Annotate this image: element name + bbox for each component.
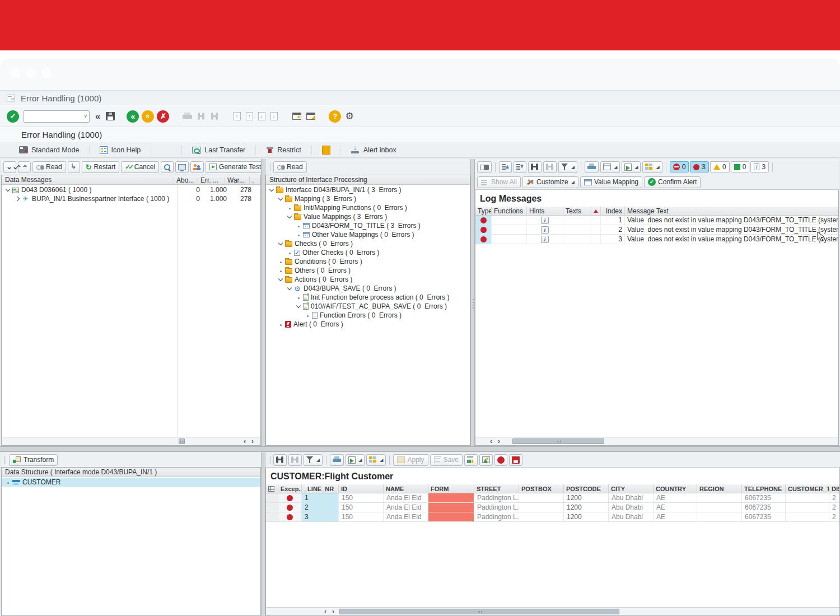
- tree-node[interactable]: Other Checks ( 0 Errors ): [266, 248, 470, 257]
- log-cell[interactable]: [492, 225, 527, 235]
- first-page-button[interactable]: ↑: [234, 112, 241, 120]
- open-expander-icon[interactable]: [296, 304, 302, 310]
- print-view-button[interactable]: [585, 161, 599, 173]
- customer-cell[interactable]: [786, 493, 829, 503]
- structure-read-button[interactable]: Read: [273, 161, 307, 173]
- tree-node[interactable]: Init/Mapping Functions ( 0 Errors ): [266, 203, 470, 212]
- column-header[interactable]: FORM: [428, 484, 474, 493]
- next-page-button[interactable]: ↓: [258, 112, 265, 120]
- vertical-splitter[interactable]: [261, 452, 265, 616]
- tree-node[interactable]: 010//AIF/TEST_AC_BUPA_SAVE ( 0 Errors ): [266, 302, 470, 311]
- counter-success[interactable]: 0: [731, 161, 750, 172]
- app-toolbar-item-folder[interactable]: [316, 144, 336, 156]
- customer-cell[interactable]: 3: [302, 512, 339, 522]
- customer-cell[interactable]: [519, 503, 564, 512]
- details-button[interactable]: [477, 161, 492, 173]
- customer-cell[interactable]: 1200: [564, 512, 609, 522]
- confirm-alert-button[interactable]: Confirm Alert: [644, 176, 701, 188]
- log-cell[interactable]: [492, 235, 527, 244]
- customer-cell[interactable]: [697, 503, 742, 512]
- tree-node[interactable]: D043/FORM_TO_TITLE ( 3 Errors ): [266, 221, 470, 230]
- layout-button[interactable]: ◢: [366, 454, 386, 466]
- customer-cell[interactable]: [266, 493, 278, 503]
- toolbar-grip[interactable]: [269, 456, 270, 464]
- column-header[interactable]: .: [249, 176, 257, 184]
- tree-node[interactable]: Others ( 0 Errors ): [266, 266, 470, 275]
- expand-all-button[interactable]: ⌄⌄: [3, 161, 16, 173]
- find-button[interactable]: [528, 161, 542, 173]
- print-button[interactable]: [183, 113, 192, 120]
- closed-expander-icon[interactable]: [15, 196, 21, 202]
- new-session-button[interactable]: ★: [292, 113, 301, 120]
- customer-cell[interactable]: [266, 503, 278, 512]
- log-cell[interactable]: [563, 225, 591, 235]
- column-header[interactable]: Texts: [563, 207, 591, 216]
- filter-button[interactable]: ◢: [558, 161, 577, 173]
- export-button[interactable]: ◢: [346, 454, 365, 466]
- views-button[interactable]: ◢: [600, 161, 620, 173]
- help-button[interactable]: ?: [329, 110, 341, 123]
- app-toolbar-item-icon-help[interactable]: Icon Help: [94, 144, 146, 156]
- assign-user-button[interactable]: [190, 161, 204, 173]
- monitor-button[interactable]: [175, 161, 189, 173]
- customer-cell[interactable]: [519, 493, 564, 503]
- scroll-arrows[interactable]: ‹›: [244, 437, 259, 445]
- counter-warning[interactable]: 0: [710, 161, 730, 172]
- log-cell[interactable]: Value does not exist in value mapping D0…: [625, 235, 838, 244]
- customer-cell[interactable]: [266, 512, 278, 522]
- column-header[interactable]: COUNTRY: [654, 484, 697, 493]
- column-header[interactable]: [591, 207, 601, 216]
- app-toolbar-item-standard-mode[interactable]: Standard Mode: [13, 144, 85, 156]
- open-expander-icon[interactable]: [287, 214, 293, 220]
- window-dot[interactable]: [10, 68, 21, 78]
- column-header[interactable]: War...: [225, 176, 249, 184]
- customer-hscrollbar[interactable]: ‹›: [266, 607, 839, 615]
- customer-cell[interactable]: Anda El Eid: [384, 512, 428, 522]
- info-button[interactable]: i: [541, 226, 549, 234]
- log-cell[interactable]: 2: [601, 225, 625, 235]
- sort-ascending-button[interactable]: [499, 161, 512, 173]
- save-button[interactable]: Save: [430, 454, 463, 466]
- export-button[interactable]: ◢: [622, 161, 641, 173]
- customer-cell[interactable]: Anda El Eid: [384, 503, 428, 512]
- transform-button[interactable]: Transform: [9, 454, 58, 466]
- filter-button[interactable]: ◢: [304, 454, 323, 466]
- customer-cell[interactable]: 6067235: [742, 512, 786, 522]
- log-cell[interactable]: [492, 216, 527, 225]
- column-header[interactable]: Excep...: [278, 484, 302, 493]
- command-field[interactable]: ∨: [24, 110, 90, 123]
- goto-message-button[interactable]: [68, 161, 80, 173]
- data-message-node[interactable]: D043 D036061 ( 1000 )01.000278: [2, 185, 260, 194]
- log-cell[interactable]: [591, 225, 601, 235]
- log-cell[interactable]: [475, 235, 492, 244]
- create-shortcut-button[interactable]: ◢: [306, 113, 315, 120]
- scrollbar-thumb[interactable]: [512, 438, 604, 444]
- app-toolbar-item-alert-inbox[interactable]: Alert inbox: [346, 144, 402, 156]
- customer-cell[interactable]: Abu Dhabi: [609, 503, 654, 512]
- tree-node[interactable]: Alert ( 0 Errors ): [266, 320, 470, 329]
- customer-cell[interactable]: 150: [339, 503, 384, 512]
- find-next-button[interactable]: [288, 454, 302, 466]
- tree-node[interactable]: Mapping ( 3 Errors ): [266, 194, 470, 203]
- scroll-arrows[interactable]: ‹›: [490, 437, 506, 445]
- column-header[interactable]: DIS: [829, 484, 839, 493]
- customer-cell[interactable]: [697, 493, 742, 503]
- open-expander-icon[interactable]: [278, 277, 284, 283]
- restart-button[interactable]: ↻Restart: [82, 161, 120, 173]
- tree-node[interactable]: Other Value Mappings ( 0 Errors ): [266, 230, 470, 239]
- column-header[interactable]: Abo...: [174, 176, 198, 184]
- column-header[interactable]: CITY: [609, 484, 654, 493]
- log-cell[interactable]: i: [527, 235, 563, 244]
- customer-cell[interactable]: Paddington L...: [474, 493, 519, 503]
- customer-cell[interactable]: [786, 503, 829, 512]
- customer-cell[interactable]: [786, 512, 829, 522]
- customer-cell[interactable]: Paddington L...: [474, 503, 519, 512]
- customer-cell[interactable]: AE: [654, 512, 697, 522]
- counter-error[interactable]: 3: [690, 161, 709, 172]
- find-next-icon[interactable]: [211, 113, 219, 120]
- log-cell[interactable]: Value does not exist in value mapping D0…: [625, 225, 838, 235]
- collapse-all-button[interactable]: ⌄⌄: [18, 161, 31, 173]
- app-toolbar-item-restrict[interactable]: Restrict: [260, 144, 306, 156]
- log-cell[interactable]: [591, 235, 601, 244]
- customer-cell[interactable]: 2: [302, 503, 339, 512]
